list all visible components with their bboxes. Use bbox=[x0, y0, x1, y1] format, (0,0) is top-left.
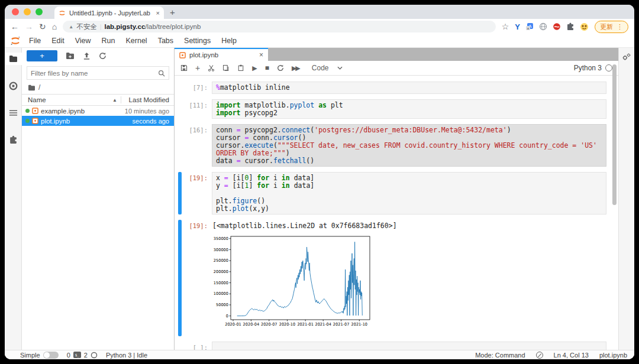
simple-mode-toggle[interactable]: Simple bbox=[20, 352, 59, 359]
column-name-label[interactable]: Name bbox=[28, 96, 46, 103]
output-cell[interactable]: [19]:[<matplotlib.lines.Line2D at 0x7f66… bbox=[178, 220, 606, 336]
cell-editor[interactable]: %matplotlib inline bbox=[212, 82, 606, 94]
running-sessions[interactable]: 0 $_ 2 bbox=[67, 352, 98, 359]
mode-indicator[interactable]: Mode: Command bbox=[475, 352, 525, 359]
empty-cell-editor[interactable] bbox=[212, 342, 606, 350]
upload-icon[interactable] bbox=[83, 52, 91, 60]
new-folder-icon[interactable] bbox=[66, 52, 75, 60]
sidebar-tab-table-of-contents[interactable] bbox=[5, 107, 22, 119]
run-cell-button[interactable]: ▶ bbox=[252, 65, 257, 72]
code-cell[interactable]: [11]:import matplotlib.pyplot as pltimpo… bbox=[178, 99, 606, 119]
cell-collapser[interactable] bbox=[178, 124, 182, 167]
cell-collapser[interactable] bbox=[178, 172, 182, 214]
kernel-status-label[interactable]: Python 3 | Idle bbox=[106, 352, 147, 359]
code-line: %matplotlib inline bbox=[216, 84, 602, 92]
chrome-update-button[interactable]: 更新 ⋮ bbox=[595, 21, 628, 33]
notification-bell-icon[interactable] bbox=[536, 352, 543, 359]
refresh-files-icon[interactable] bbox=[99, 52, 106, 60]
back-icon[interactable]: ← bbox=[11, 22, 19, 31]
file-row[interactable]: plot.ipynbseconds ago bbox=[22, 116, 174, 126]
svg-text:100000: 100000 bbox=[214, 292, 228, 297]
breadcrumb-root[interactable]: / bbox=[38, 83, 40, 92]
restart-run-all-button[interactable]: ▶▶ bbox=[292, 65, 299, 72]
breadcrumb[interactable]: / bbox=[22, 81, 174, 94]
toggle-switch[interactable] bbox=[43, 352, 59, 359]
stop-kernel-button[interactable]: ■ bbox=[265, 64, 269, 72]
cell-collapser[interactable] bbox=[178, 82, 182, 94]
file-row[interactable]: example.ipynb10 minutes ago bbox=[22, 106, 174, 116]
notebook-tab[interactable]: plot.ipynb × bbox=[175, 48, 268, 61]
cell-editor[interactable]: conn = psycopg2.connect('postgres://dbus… bbox=[212, 124, 606, 167]
code-cell[interactable]: [ ]: bbox=[178, 342, 606, 350]
forward-icon[interactable]: → bbox=[25, 22, 33, 31]
input-prompt: [16]: bbox=[182, 124, 212, 167]
copy-cell-button[interactable] bbox=[222, 64, 230, 72]
new-launcher-button[interactable]: + bbox=[27, 50, 57, 61]
property-inspector-gears-icon[interactable] bbox=[622, 53, 631, 61]
cut-cell-button[interactable] bbox=[208, 64, 215, 72]
menu-kernel[interactable]: Kernel bbox=[121, 37, 153, 45]
code-cell[interactable]: [16]:conn = psycopg2.connect('postgres:/… bbox=[178, 124, 606, 167]
add-cell-button[interactable]: + bbox=[195, 64, 200, 72]
svg-text:150000: 150000 bbox=[214, 281, 228, 285]
new-tab-button[interactable]: + bbox=[170, 7, 175, 17]
browser-tab-strip: Untitled1.ipynb - JupyterLab × + bbox=[5, 5, 634, 19]
file-list: example.ipynb10 minutes agoplot.ipynbsec… bbox=[22, 106, 174, 126]
avatar-emoji-icon[interactable] bbox=[580, 22, 589, 31]
cell-type-dropdown[interactable]: Code bbox=[312, 64, 343, 72]
paste-cell-button[interactable] bbox=[237, 64, 244, 72]
sidebar-tab-file-browser[interactable] bbox=[5, 53, 22, 65]
sidebar-tab-running-kernels[interactable] bbox=[5, 79, 22, 93]
home-icon[interactable]: ⌂ bbox=[52, 22, 57, 31]
y-extension-icon[interactable]: Y bbox=[515, 22, 520, 31]
menu-view[interactable]: View bbox=[70, 37, 96, 45]
menu-file[interactable]: File bbox=[24, 37, 46, 45]
address-bar[interactable]: ▲ 不安全 | lab.pigsty.cc/lab/tree/plot.ipyn… bbox=[63, 21, 496, 32]
svg-text:200000: 200000 bbox=[214, 269, 228, 274]
cell-collapser[interactable] bbox=[178, 99, 182, 119]
maximize-window-button[interactable] bbox=[36, 8, 43, 15]
cell-collapser[interactable] bbox=[178, 220, 182, 336]
running-kernel-dot bbox=[25, 109, 30, 113]
notebook-tab-title: plot.ipynb bbox=[189, 51, 256, 58]
code-cell[interactable]: [7]:%matplotlib inline bbox=[178, 82, 606, 94]
sidebar-tab-extensions[interactable] bbox=[5, 133, 22, 147]
statusbar-filename: plot.ipynb bbox=[599, 352, 627, 359]
sort-caret-icon: ▲ bbox=[112, 98, 117, 103]
refresh-icon[interactable]: ↻ bbox=[39, 22, 46, 31]
cursor-position[interactable]: Ln 4, Col 13 bbox=[554, 352, 589, 359]
translate-extension-icon[interactable]: A a bbox=[525, 22, 534, 31]
cell-collapser[interactable] bbox=[178, 342, 182, 350]
notebook-tab-close-icon[interactable]: × bbox=[259, 51, 263, 59]
bookmark-star-icon[interactable]: ☆ bbox=[502, 22, 509, 31]
notebook-scrollbar[interactable] bbox=[612, 64, 617, 205]
red-extension-icon[interactable] bbox=[553, 22, 561, 31]
cell-editor[interactable]: x = [i[0] for i in data]y = [i[1] for i … bbox=[212, 172, 606, 214]
close-window-button[interactable] bbox=[12, 8, 19, 15]
file-filter-input[interactable] bbox=[31, 70, 158, 77]
code-cell[interactable]: [19]:x = [i[0] for i in data]y = [i[1] f… bbox=[178, 172, 606, 214]
column-modified-label[interactable]: Last Modified bbox=[121, 96, 174, 103]
menu-help[interactable]: Help bbox=[216, 37, 242, 45]
kernel-indicator[interactable]: Python 3 bbox=[574, 64, 612, 72]
extensions-puzzle-icon[interactable] bbox=[566, 22, 575, 31]
minimize-window-button[interactable] bbox=[24, 8, 31, 15]
file-filter-box[interactable] bbox=[27, 66, 169, 80]
chrome-menu-icon[interactable]: ⋮ bbox=[617, 23, 623, 31]
jupyterlab-app: FileEditViewRunKernelTabsSettingsHelp bbox=[5, 34, 634, 359]
status-bar: Simple 0 $_ 2 Python 3 | Idle Mode: Comm… bbox=[5, 350, 634, 359]
menu-edit[interactable]: Edit bbox=[46, 37, 70, 45]
file-modified: seconds ago bbox=[133, 118, 169, 125]
menu-settings[interactable]: Settings bbox=[179, 37, 216, 45]
restart-kernel-button[interactable] bbox=[277, 64, 284, 72]
save-button[interactable] bbox=[180, 64, 188, 72]
browser-tab-title: Untitled1.ipynb - JupyterLab bbox=[69, 9, 153, 17]
menu-run[interactable]: Run bbox=[96, 37, 121, 45]
cell-editor[interactable]: import matplotlib.pyplot as pltimport ps… bbox=[212, 99, 606, 119]
tab-close-icon[interactable]: × bbox=[156, 9, 160, 17]
globe-extension-icon[interactable] bbox=[539, 22, 547, 31]
browser-tab[interactable]: Untitled1.ipynb - JupyterLab × bbox=[54, 6, 164, 19]
menu-tabs[interactable]: Tabs bbox=[153, 37, 179, 45]
svg-text:2020-01: 2020-01 bbox=[225, 322, 241, 327]
output-prompt: [19]: bbox=[182, 220, 212, 336]
